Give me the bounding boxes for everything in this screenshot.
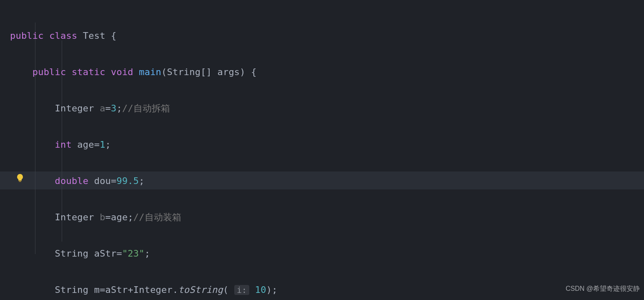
code-line[interactable]: double dou=99.5;	[10, 172, 407, 190]
variable: m	[94, 285, 100, 295]
watermark: CSDN @希望奇迹很安静	[566, 280, 640, 298]
comment: //自动装箱	[133, 212, 182, 222]
op: =	[111, 176, 116, 186]
paren: )	[266, 285, 272, 295]
variable: age	[111, 212, 128, 222]
semicolon: ;	[139, 176, 144, 186]
variable: aStr	[105, 285, 128, 295]
semicolon: ;	[105, 139, 111, 150]
op: =	[105, 103, 111, 113]
variable: b	[100, 212, 105, 222]
type: String	[55, 285, 89, 295]
keyword: public	[33, 67, 66, 77]
paren: (	[223, 285, 228, 295]
keyword: double	[55, 176, 89, 186]
params: (String[] args) {	[161, 67, 257, 77]
code-line[interactable]: public class Test {	[10, 27, 407, 45]
keyword: static	[72, 67, 105, 77]
code-line[interactable]: Integer a=3;//自动拆箱	[10, 99, 407, 118]
code-line[interactable]: int age=1;	[10, 136, 407, 154]
number: 1	[100, 139, 105, 150]
method-name: main	[139, 67, 161, 77]
code-area[interactable]: public class Test { public static void m…	[10, 8, 407, 300]
op: +	[128, 285, 133, 295]
type: String	[55, 248, 89, 259]
variable: dou	[94, 176, 111, 186]
keyword: int	[55, 139, 72, 150]
op: =	[116, 248, 122, 259]
brace: {	[111, 30, 116, 41]
method-name: toString	[178, 285, 223, 295]
semicolon: ;	[117, 103, 122, 113]
code-line[interactable]: String m=aStr+Integer.toString( i: 10);	[10, 281, 407, 300]
code-line[interactable]: String aStr="23";	[10, 245, 407, 263]
class-name: Test	[83, 30, 105, 41]
code-line[interactable]: public static void main(String[] args) {	[10, 63, 407, 81]
keyword: public	[10, 30, 44, 41]
variable: aStr	[94, 248, 117, 259]
inlay-hint: i:	[234, 285, 249, 295]
keyword: void	[111, 67, 133, 77]
keyword: class	[49, 30, 77, 41]
semicolon: ;	[128, 212, 133, 222]
code-line[interactable]: Integer b=age;//自动装箱	[10, 208, 407, 227]
op: =	[94, 139, 100, 150]
string: "23"	[122, 248, 145, 259]
number: 10	[255, 285, 266, 295]
number: 3	[111, 103, 116, 113]
variable: a	[100, 103, 105, 113]
dot: .	[173, 285, 178, 295]
op: =	[105, 212, 111, 222]
comment: //自动拆箱	[122, 103, 170, 113]
type: Integer	[133, 285, 173, 295]
number: 99.5	[116, 176, 139, 186]
op: =	[100, 285, 105, 295]
code-editor[interactable]: public class Test { public static void m…	[0, 0, 644, 300]
type: Integer	[55, 212, 94, 222]
variable: age	[77, 139, 94, 150]
semicolon: ;	[272, 285, 277, 295]
semicolon: ;	[145, 248, 150, 259]
type: Integer	[55, 103, 94, 113]
